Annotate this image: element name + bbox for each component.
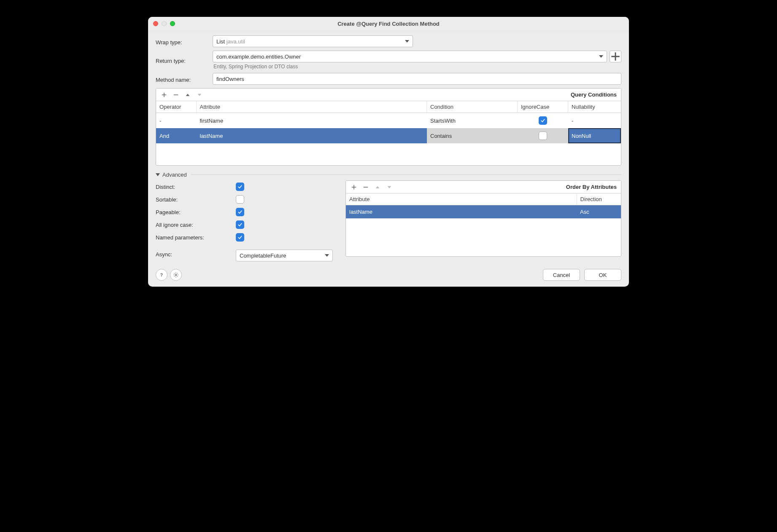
col-attribute[interactable]: Attribute [196, 101, 427, 113]
pageable-checkbox[interactable] [236, 208, 244, 216]
advanced-section[interactable]: Advanced [156, 172, 621, 178]
col-ignorecase[interactable]: IgnoreCase [518, 101, 568, 113]
method-name-value: findOwners [216, 76, 244, 82]
named-params-label: Named parameters: [156, 234, 236, 241]
wrap-type-label: Wrap type: [156, 38, 208, 46]
named-params-checkbox[interactable] [236, 233, 244, 242]
arrow-up-icon[interactable] [183, 90, 192, 99]
col-direction[interactable]: Direction [577, 193, 621, 205]
wrap-type-combo[interactable]: List java.util [213, 35, 413, 47]
gear-icon[interactable] [170, 269, 182, 281]
plus-icon[interactable] [349, 183, 359, 192]
advanced-options: Distinct: Sortable: Pageable: All ignore… [156, 180, 333, 261]
distinct-label: Distinct: [156, 184, 236, 190]
async-label: Async: [156, 251, 236, 258]
minus-icon[interactable] [171, 90, 181, 99]
table-row[interactable]: -firstNameStartsWith- [156, 113, 621, 129]
arrow-up-icon [373, 183, 382, 192]
wrap-type-secondary: java.util [225, 38, 245, 45]
arrow-down-icon [385, 183, 394, 192]
dialog-create-query-method: Create @Query Find Collection Method Wra… [148, 17, 629, 287]
table-row[interactable]: lastNameAsc [346, 205, 621, 219]
order-by-panel: Order By Attributes Attribute Direction … [345, 180, 621, 257]
chevron-down-icon [599, 55, 603, 58]
col-attribute[interactable]: Attribute [346, 193, 577, 205]
col-nullability[interactable]: Nullability [568, 101, 621, 113]
col-operator[interactable]: Operator [156, 101, 196, 113]
advanced-label: Advanced [162, 172, 187, 178]
order-by-table: Attribute Direction lastNameAsc [346, 193, 621, 218]
query-conditions-panel: Query Conditions Operator Attribute Cond… [156, 88, 621, 166]
return-type-label: Return type: [156, 56, 208, 64]
table-row[interactable]: AndlastNameContainsNonNull [156, 128, 621, 143]
ignore-case-checkbox[interactable] [539, 132, 547, 140]
dialog-footer: ? Cancel OK [156, 269, 621, 281]
svg-text:?: ? [160, 272, 163, 277]
distinct-checkbox[interactable] [236, 183, 244, 191]
async-value: CompletableFuture [240, 253, 286, 259]
add-return-type-button[interactable] [610, 51, 621, 62]
all-ignore-case-checkbox[interactable] [236, 220, 244, 229]
async-combo[interactable]: CompletableFuture [236, 250, 333, 261]
order-by-title: Order By Attributes [566, 184, 617, 190]
wrap-type-primary: List [216, 38, 225, 45]
query-conditions-table: Operator Attribute Condition IgnoreCase … [156, 101, 621, 143]
sortable-checkbox[interactable] [236, 195, 244, 204]
return-type-combo[interactable]: com.example.demo.entities.Owner [213, 51, 607, 62]
return-type-hint: Entity, Spring Projection or DTO class [213, 64, 621, 70]
minus-icon[interactable] [361, 183, 370, 192]
chevron-down-icon [405, 40, 409, 43]
dialog-title: Create @Query Find Collection Method [337, 21, 440, 27]
help-icon[interactable]: ? [156, 269, 167, 281]
minimize-window-icon [162, 21, 167, 26]
close-window-icon[interactable] [153, 21, 158, 26]
disclosure-triangle-icon [156, 173, 160, 176]
plus-icon[interactable] [159, 90, 169, 99]
svg-point-1 [175, 274, 177, 276]
query-conditions-title: Query Conditions [571, 91, 617, 98]
window-controls [153, 21, 175, 26]
arrow-down-icon [195, 90, 204, 99]
sortable-label: Sortable: [156, 196, 236, 203]
method-name-input[interactable]: findOwners [213, 73, 621, 85]
col-condition[interactable]: Condition [427, 101, 518, 113]
query-conditions-toolbar: Query Conditions [156, 89, 621, 101]
cancel-button[interactable]: Cancel [543, 269, 580, 281]
method-name-label: Method name: [156, 75, 208, 83]
zoom-window-icon[interactable] [170, 21, 175, 26]
all-ignore-case-label: All ignore case: [156, 222, 236, 228]
pageable-label: Pageable: [156, 209, 236, 215]
order-by-toolbar: Order By Attributes [346, 181, 621, 193]
title-bar: Create @Query Find Collection Method [148, 17, 629, 31]
ok-button[interactable]: OK [584, 269, 621, 281]
chevron-down-icon [325, 254, 329, 257]
return-type-value: com.example.demo.entities.Owner [216, 54, 301, 60]
ignore-case-checkbox[interactable] [539, 116, 547, 125]
